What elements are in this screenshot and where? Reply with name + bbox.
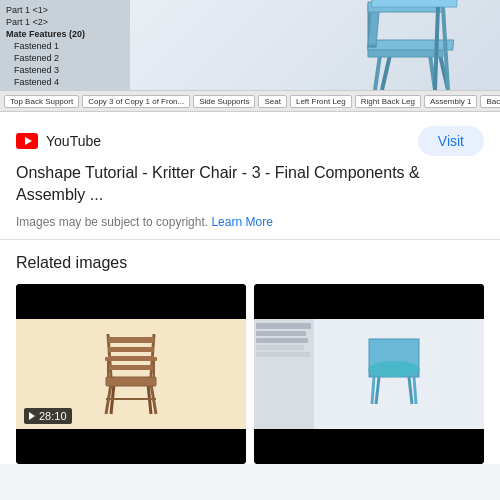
result-card: YouTube Visit Onshape Tutorial - Kritter… <box>0 112 500 240</box>
svg-line-39 <box>414 377 416 404</box>
svg-rect-30 <box>256 331 306 336</box>
svg-rect-27 <box>149 357 157 361</box>
toolbar-tab-assembly[interactable]: Assembly 1 <box>424 95 477 108</box>
result-header: YouTube Visit <box>16 126 484 156</box>
related-images-title: Related images <box>16 254 484 272</box>
copyright-text: Images may be subject to copyright. Lear… <box>16 215 484 229</box>
svg-rect-29 <box>256 323 311 329</box>
related-image-2[interactable] <box>254 284 484 464</box>
svg-line-2 <box>382 55 390 90</box>
thumb-bottom-black-1 <box>16 429 246 464</box>
svg-rect-23 <box>108 365 154 370</box>
play-icon-1 <box>29 412 35 420</box>
cad-chair-svg <box>254 319 484 429</box>
toolbar-tab-seat[interactable]: Seat <box>258 95 286 108</box>
svg-line-0 <box>375 55 380 90</box>
cad-sidebar: Part 1 <1> Part 1 <2> Mate Features (20)… <box>0 0 130 90</box>
source-name: YouTube <box>46 133 101 149</box>
svg-rect-9 <box>372 0 458 7</box>
svg-line-38 <box>372 377 374 404</box>
cad-toolbar: Top Back Support Copy 3 of Copy 1 of Fro… <box>0 90 500 112</box>
svg-rect-32 <box>256 345 304 350</box>
sidebar-fastened-4: Fastened 4 <box>12 76 126 88</box>
thumb-top-black-2 <box>254 284 484 319</box>
learn-more-link[interactable]: Learn More <box>211 215 272 229</box>
sidebar-fastened-1: Fastened 1 <box>12 40 126 52</box>
result-title: Onshape Tutorial - Kritter Chair - 3 - F… <box>16 162 484 207</box>
cad-area: Part 1 <1> Part 1 <2> Mate Features (20)… <box>0 0 500 90</box>
sidebar-part-1a: Part 1 <1> <box>4 4 126 16</box>
toolbar-tab-side-supports[interactable]: Side Supports <box>193 95 255 108</box>
related-image-1[interactable]: 28:10 <box>16 284 246 464</box>
toolbar-tab-left-front-leg[interactable]: Left Front Leg <box>290 95 352 108</box>
svg-rect-17 <box>106 377 156 386</box>
toolbar-tab-right-back-leg[interactable]: Right Back Leg <box>355 95 421 108</box>
chair-model-svg <box>340 0 500 90</box>
youtube-icon <box>16 133 38 149</box>
toolbar-tab-back-support[interactable]: Back support <box>480 95 500 108</box>
svg-rect-20 <box>108 337 154 343</box>
svg-point-37 <box>369 361 419 377</box>
thumb-top-black-1 <box>16 284 246 319</box>
duration-badge-1: 28:10 <box>24 408 72 424</box>
related-section: Related images <box>0 240 500 464</box>
svg-rect-31 <box>256 338 308 343</box>
thumb-bottom-black-2 <box>254 429 484 464</box>
toolbar-tab-top-back[interactable]: Top Back Support <box>4 95 79 108</box>
sidebar-part-1b: Part 1 <2> <box>4 16 126 28</box>
source-info: YouTube <box>16 133 101 149</box>
cad-viewport <box>130 0 500 90</box>
sidebar-mate-features: Mate Features (20) <box>4 28 126 40</box>
wooden-chair-svg <box>96 329 166 419</box>
svg-rect-22 <box>108 356 154 361</box>
sidebar-fastened-3: Fastened 3 <box>12 64 126 76</box>
svg-rect-21 <box>108 347 154 352</box>
visit-button[interactable]: Visit <box>418 126 484 156</box>
images-grid: 28:10 <box>16 284 484 464</box>
toolbar-tab-copy[interactable]: Copy 3 of Copy 1 of Fron... <box>82 95 190 108</box>
svg-rect-26 <box>105 357 113 361</box>
svg-rect-33 <box>256 352 310 357</box>
duration-text-1: 28:10 <box>39 410 67 422</box>
sidebar-fastened-5: Fastened 5 <box>12 88 126 90</box>
thumb-center-2 <box>254 319 484 429</box>
svg-line-11 <box>435 7 438 90</box>
svg-rect-5 <box>368 40 454 50</box>
sidebar-fastened-2: Fastened 2 <box>12 52 126 64</box>
